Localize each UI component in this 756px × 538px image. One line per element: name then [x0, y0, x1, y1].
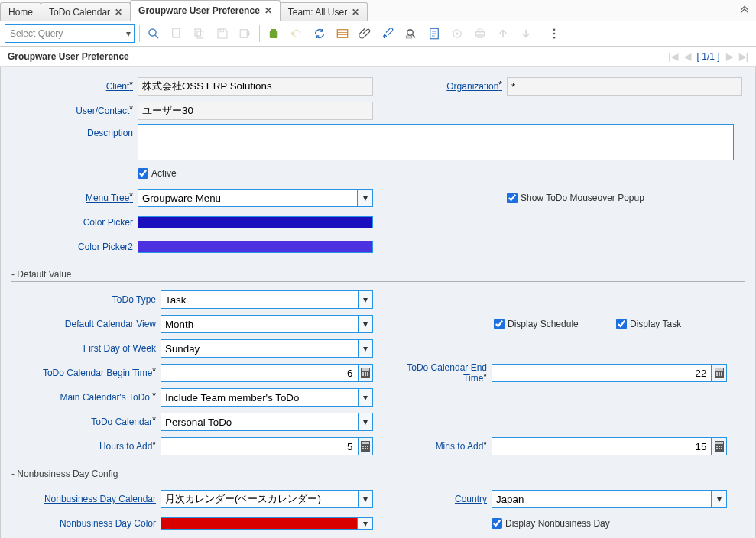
copy-record-icon[interactable] — [190, 24, 209, 43]
save-icon[interactable] — [213, 24, 232, 43]
upload-attachment-icon[interactable] — [379, 24, 397, 43]
svg-point-12 — [407, 30, 414, 36]
pager: |◀ ◀ [ 1/1 ] ▶ ▶| — [668, 51, 748, 62]
calendar-view-label: Default Calendar View — [65, 319, 156, 329]
chevron-down-icon: ▾ — [122, 28, 131, 39]
hours-add-field[interactable] — [161, 437, 358, 455]
tab-team-all-user[interactable]: Team: All User ✕ — [280, 2, 368, 21]
chevron-down-icon[interactable]: ▾ — [711, 490, 727, 508]
undo-icon[interactable] — [287, 24, 306, 43]
svg-rect-55 — [721, 446, 722, 447]
description-field[interactable] — [138, 124, 734, 160]
calculator-icon[interactable] — [711, 437, 727, 455]
svg-rect-52 — [715, 442, 723, 444]
attachment-icon[interactable] — [356, 24, 375, 43]
chevron-down-icon[interactable]: ▾ — [358, 315, 373, 333]
client-label: Client — [106, 81, 133, 92]
close-icon[interactable]: ✕ — [264, 5, 272, 16]
delete-icon[interactable] — [264, 24, 283, 43]
svg-rect-36 — [715, 368, 723, 371]
calendar-view-field[interactable] — [161, 315, 358, 333]
next-page-icon[interactable]: ▶ — [726, 51, 733, 62]
description-label: Description — [87, 128, 133, 138]
arrow-up-icon[interactable] — [494, 24, 512, 43]
prev-page-icon[interactable]: ◀ — [684, 51, 691, 62]
svg-rect-44 — [362, 442, 369, 444]
svg-point-26 — [553, 37, 556, 39]
grid-toggle-icon[interactable] — [333, 24, 352, 43]
todo-calendar-field[interactable] — [161, 413, 358, 431]
menu-tree-field[interactable] — [138, 189, 357, 207]
main-todo-label: Main Calendar's ToDo — [60, 392, 156, 403]
svg-rect-33 — [365, 374, 366, 376]
first-day-label: First Day of Week — [83, 343, 156, 354]
tab-label: Home — [8, 7, 33, 18]
chevron-down-icon[interactable]: ▾ — [357, 189, 373, 207]
color-picker2-label: Color Picker2 — [78, 241, 133, 252]
zoom-across-icon[interactable] — [402, 24, 420, 43]
display-schedule-checkbox[interactable] — [494, 319, 505, 329]
expand-icon[interactable] — [739, 3, 750, 16]
show-popup-checkbox[interactable] — [507, 193, 518, 203]
section-default-value: - Default Value — [11, 269, 745, 280]
chevron-down-icon[interactable]: ▾ — [358, 290, 373, 309]
first-day-field[interactable] — [161, 339, 358, 358]
print-icon[interactable] — [471, 24, 489, 43]
color-picker-swatch[interactable] — [138, 216, 373, 228]
display-nb-checkbox[interactable] — [492, 518, 502, 529]
tab-todo-calendar[interactable]: ToDo Calendar ✕ — [41, 2, 131, 21]
calculator-icon[interactable] — [711, 364, 727, 382]
organization-field — [507, 77, 742, 96]
svg-rect-14 — [406, 36, 412, 38]
end-time-field[interactable] — [492, 364, 711, 382]
close-icon[interactable]: ✕ — [115, 7, 122, 18]
mins-add-field[interactable] — [492, 437, 711, 455]
divider — [11, 481, 745, 481]
chevron-down-icon[interactable]: ▾ — [358, 490, 373, 508]
main-todo-field[interactable] — [161, 388, 358, 407]
calculator-icon[interactable] — [358, 364, 373, 382]
chevron-down-icon[interactable]: ▾ — [358, 339, 373, 358]
arrow-down-icon[interactable] — [517, 24, 535, 43]
display-task-checkbox[interactable] — [616, 319, 627, 329]
calculator-icon[interactable] — [358, 437, 373, 455]
country-field[interactable] — [492, 490, 711, 508]
svg-rect-57 — [719, 448, 720, 449]
show-popup-label: Show ToDo Mouseover Popup — [521, 193, 644, 203]
svg-rect-32 — [362, 374, 364, 376]
close-icon[interactable]: ✕ — [352, 7, 359, 18]
first-page-icon[interactable]: |◀ — [668, 51, 677, 62]
save-new-icon[interactable] — [236, 24, 255, 43]
separator — [540, 25, 540, 42]
todo-type-field[interactable] — [161, 290, 358, 309]
report-icon[interactable] — [425, 24, 443, 43]
more-menu-icon[interactable] — [545, 24, 563, 43]
tab-groupware-pref[interactable]: Groupware User Preference ✕ — [130, 0, 281, 21]
begin-time-field[interactable] — [161, 364, 358, 382]
tab-home[interactable]: Home — [0, 2, 41, 21]
svg-rect-3 — [195, 29, 201, 36]
process-icon[interactable] — [448, 24, 466, 43]
last-page-icon[interactable]: ▶| — [739, 51, 748, 62]
new-record-icon[interactable] — [167, 24, 186, 43]
chevron-down-icon[interactable]: ▾ — [357, 518, 372, 529]
svg-rect-58 — [721, 448, 722, 449]
svg-point-0 — [149, 29, 156, 36]
separator — [259, 25, 260, 42]
nb-color-label: Nonbusiness Day Color — [60, 518, 156, 529]
refresh-icon[interactable] — [310, 24, 329, 43]
tab-bar: Home ToDo Calendar ✕ Groupware User Pref… — [0, 0, 756, 21]
search-icon[interactable] — [144, 24, 163, 43]
chevron-down-icon[interactable]: ▾ — [358, 388, 373, 407]
active-checkbox[interactable] — [138, 168, 148, 179]
country-label: Country — [455, 494, 487, 504]
display-task-label: Display Task — [630, 319, 681, 329]
nb-color-swatch[interactable]: ▾ — [161, 517, 373, 530]
select-query[interactable]: Select Query ▾ — [5, 24, 135, 43]
todo-calendar-label: ToDo Calendar — [91, 416, 156, 427]
svg-rect-8 — [271, 29, 276, 31]
chevron-down-icon[interactable]: ▾ — [358, 413, 373, 431]
page-title: Groupware User Preference — [8, 51, 129, 62]
color-picker2-swatch[interactable] — [138, 241, 373, 253]
nb-calendar-field[interactable] — [161, 490, 358, 508]
